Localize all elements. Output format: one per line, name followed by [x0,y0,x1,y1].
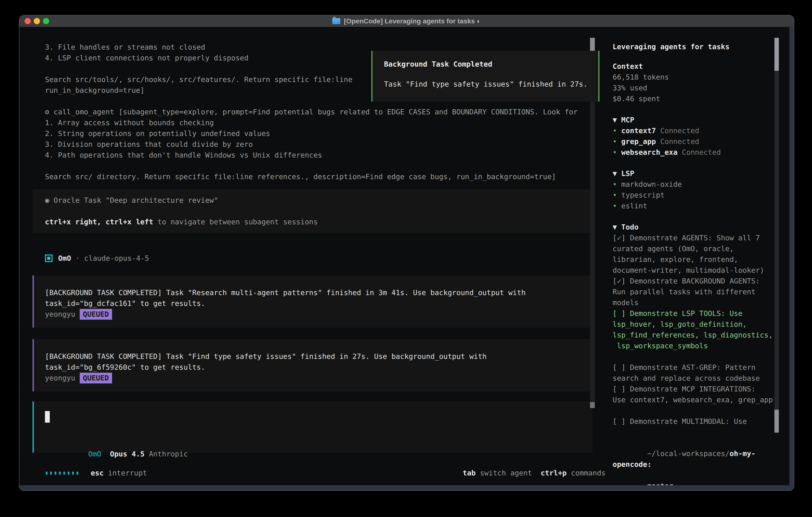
opencode-window: [OpenCode] Leveraging agents for tasks ◐… [19,15,794,491]
ctrlp-key-hint: ctrl+p [541,469,567,477]
keybind-hint: ctrl+x right, ctrl+x left [45,218,153,226]
lsp-item: • typescript [613,190,775,200]
lsp-name: typescript [621,191,665,199]
context-stat-line: 66,518 tokens [613,72,775,83]
lsp-name: eslint [621,202,647,210]
toast-body: Task "Find type safety issues" finished … [384,79,599,89]
workspace-path: ~/local-workspaces/oh-my-opencode: maste… [613,437,775,485]
prompt-input[interactable]: OmO Opus 4.5 Anthropic [33,402,592,453]
message-line-2: task_id="bg_6f59260c" to get results. [45,362,588,373]
oracle-task-box: ◉ Oracle Task "Deep architecture review"… [33,189,592,233]
todo-item: [✓] Demonstrate BACKGROUND AGENTS: Run p… [613,276,775,308]
terminal-line: 3. Division operations that could divide… [45,139,592,150]
status-dot-icon: • [613,191,621,199]
agent-model: claude-opus-4-5 [84,253,149,264]
terminal-line: Search src/ directory. Return specific f… [45,171,592,182]
todo-item: [ ] Demonstrate AST-GREP: Pattern search… [613,362,775,384]
status-dot-icon: • [613,180,621,188]
chevron-down-icon: ▼ [613,223,621,231]
mcp-status: Connected [677,148,721,156]
status-dot-icon: • [613,127,621,135]
agent-header: OmO · claude-opus-4-5 [45,253,592,264]
main-scrollbar-thumb-bottom[interactable] [590,402,595,408]
traffic-lights [25,18,49,24]
agent-name: OmO [58,253,71,264]
esc-key-label: interrupt [104,468,147,479]
message-line-1: [BACKGROUND TASK COMPLETED] Task "Find t… [45,351,588,362]
sidebar-scrollbar-thumb-top[interactable] [775,38,779,71]
context-header: Context [613,61,775,72]
esc-key-hint: esc [91,468,104,479]
terminal-line: 4. Path operations that don't handle Win… [45,150,592,161]
mcp-section: ▼ MCP • context7 Connected • grep_app Co… [613,114,775,158]
checkbox-mark: ✓ [617,234,621,242]
oracle-task-hint: ctrl+x right, ctrl+x left to navigate be… [45,217,588,227]
git-branch: master [647,482,673,485]
context-stat-line: $0.46 spent [613,93,775,104]
todo-item: [✓] Demonstrate AGENTS: Show all 7 curat… [613,233,775,276]
context-stats: 66,518 tokens33% used$0.46 spent [613,72,775,104]
tab-key-label: switch agent [476,469,532,477]
terminal-output: 3. File handles or streams not closed 4.… [33,27,592,182]
workspace-dir: ~/local-workspaces/ [647,450,729,458]
mcp-header-label: MCP [621,116,634,124]
session-title: Leveraging agents for tasks [613,42,775,52]
minimize-button[interactable] [34,18,40,24]
mcp-status: Connected [656,127,699,135]
input-gap [101,450,110,458]
todo-item: [ ] Demonstrate MULTIMODAL: Use [613,416,775,427]
sidebar-scrollbar-thumb-bottom[interactable] [775,410,779,433]
status-gap [532,469,541,477]
input-agent-name: OmO [88,450,101,458]
queued-badge: QUEUED [80,373,112,383]
folder-icon [332,18,340,24]
todo-text: Demonstrate AST-GREP: Pattern search and… [613,363,760,382]
lsp-header[interactable]: ▼ LSP [613,168,775,179]
mcp-name: context7 [621,127,656,135]
close-button[interactable] [25,18,31,24]
omo-agent-icon [45,254,53,262]
terminal-line: 1. Array access without bounds checking [45,117,592,128]
todo-item: [ ] Demonstrate MCP INTEGRATIONS: Use co… [613,384,775,405]
message-user: yeongyu [45,373,75,383]
background-task-message: [BACKGROUND TASK COMPLETED] Task "Find t… [33,339,592,391]
status-dot-icon: • [613,148,621,156]
mcp-name: websearch_exa [621,148,677,156]
checkbox-mark [617,309,621,318]
mcp-list: • context7 Connected • grep_app Connecte… [613,125,775,158]
context-section: Context 66,518 tokens33% used$0.46 spent [613,61,775,104]
message-user: yeongyu [45,309,75,320]
zoom-button[interactable] [43,18,49,24]
status-bar-right: tab switch agent ctrl+p commands [463,468,606,479]
toast-title: Background Task Completed [384,59,599,70]
status-bar: esc interrupt tab switch agent ctrl+p co… [46,468,606,479]
lsp-section: ▼ LSP • markdown-oxide • typescript • es… [613,168,775,211]
terminal-line [45,161,592,171]
todo-text: Demonstrate AGENTS: Show all 7 curated a… [613,234,764,274]
terminal-line: ⚙ call_omo_agent [subagent_type=explore,… [45,107,592,117]
message-footer: yeongyu QUEUED [45,309,588,320]
omo-agent-icon-inner [47,257,50,260]
text-cursor [45,411,50,423]
sidebar-scrollbar[interactable] [775,38,779,433]
ctrlp-key-label: commands [567,469,606,477]
todo-text: Demonstrate MULTIMODAL: Use [630,417,747,426]
message-footer: yeongyu QUEUED [45,373,588,383]
lsp-name: markdown-oxide [621,180,682,188]
model-status-line: OmO Opus 4.5 Anthropic [45,438,588,448]
mcp-status: Connected [656,137,699,145]
keybind-hint-label: to navigate between subagent sessions [153,218,318,226]
terminal: 3. File handles or streams not closed 4.… [19,27,789,485]
message-line-2: task_id="bg_dcfac161" to get results. [45,298,588,309]
input-spacer [45,423,588,438]
context-stat-line: 33% used [613,83,775,93]
todo-text: Demonstrate MCP INTEGRATIONS: Use contex… [613,385,773,404]
todo-header[interactable]: ▼ Todo [613,222,775,233]
checkbox-mark [617,363,621,372]
toast-spacer [384,70,599,79]
lsp-list: • markdown-oxide • typescript • eslint [613,179,775,211]
todo-text: Demonstrate BACKGROUND AGENTS: Run paral… [613,277,760,307]
mcp-header[interactable]: ▼ MCP [613,114,775,125]
mcp-item: • websearch_exa Connected [613,147,775,158]
message-list: [BACKGROUND TASK COMPLETED] Task "Resear… [33,275,592,391]
